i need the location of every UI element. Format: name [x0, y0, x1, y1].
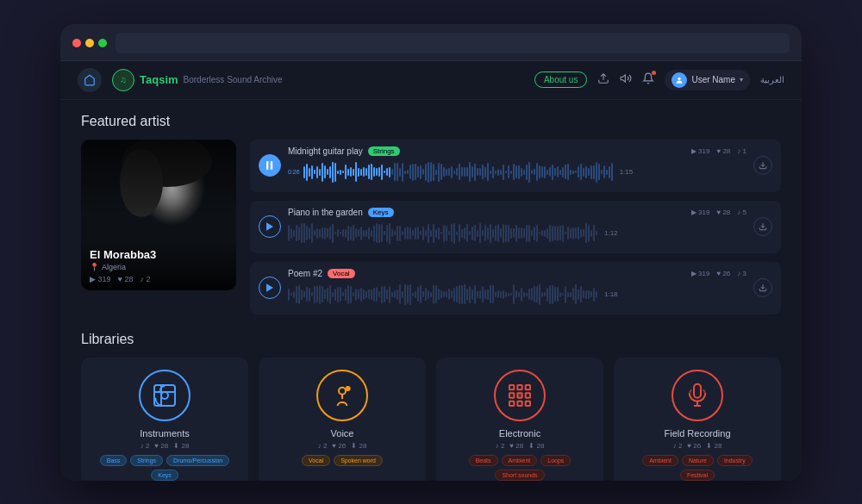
library-stats: ♪ 2 ♥ 26 ⬇ 28 — [318, 442, 367, 450]
track-title: Midnight guitar play — [288, 146, 363, 156]
track-position: 0:26 — [288, 169, 300, 175]
field-recording-icon-circle — [671, 370, 723, 421]
lib-tag[interactable]: Strings — [130, 455, 163, 466]
track-count: ♪ 3 — [737, 270, 746, 277]
lib-tag[interactable]: Festival — [680, 470, 715, 481]
lib-tag[interactable]: Ambient — [642, 455, 678, 466]
svg-rect-27 — [526, 401, 530, 405]
lib-tag[interactable]: Beats — [469, 455, 498, 466]
username-label: User Name — [691, 75, 735, 84]
svg-marker-14 — [266, 283, 273, 292]
library-card-electronic[interactable]: Electronic ♪ 2 ♥ 28 ⬇ 28 Beats Ambient L… — [436, 358, 603, 481]
lib-tag[interactable]: Nature — [682, 455, 714, 466]
lib-tag[interactable]: Loops — [540, 455, 571, 466]
main-content: Featured artist — [60, 100, 802, 481]
track-likes: ♥ 28 — [716, 208, 730, 216]
artist-name: El Morabba3 — [90, 248, 228, 261]
notifications-icon[interactable] — [642, 72, 654, 87]
electronic-icon-circle — [494, 370, 546, 421]
library-tags: Bass Strings Drums/Percussion Keys — [91, 455, 238, 481]
browser-chrome — [60, 24, 802, 61]
brand-tagline: Borderless Sound Archive — [184, 75, 283, 84]
svg-rect-28 — [694, 383, 701, 397]
svg-marker-12 — [266, 222, 273, 231]
track-duration: 1:18 — [604, 290, 618, 298]
svg-rect-22 — [509, 393, 514, 397]
svg-point-16 — [161, 392, 168, 399]
track-pause-button[interactable] — [259, 154, 281, 177]
track-tag: Vocal — [328, 269, 355, 278]
track-duration: 1:12 — [604, 229, 618, 237]
lib-tag[interactable]: Bass — [100, 455, 128, 466]
lib-tag[interactable]: Keys — [151, 470, 178, 481]
track-info: Midnight guitar play Strings ▶ 319 ♥ 28 … — [288, 146, 746, 185]
lib-tag[interactable]: Vocal — [302, 455, 330, 466]
svg-rect-23 — [517, 393, 522, 397]
arabic-language-button[interactable]: العربية — [760, 75, 784, 84]
track-play-button[interactable] — [259, 215, 281, 238]
notification-dot — [652, 71, 656, 75]
brand-music-icon: ♫ — [112, 69, 134, 91]
about-button[interactable]: About us — [534, 72, 587, 88]
library-name: Voice — [331, 428, 354, 439]
track-likes: ♥ 28 — [716, 147, 730, 155]
instruments-icon-circle — [139, 370, 191, 421]
user-menu[interactable]: User Name ▾ — [665, 70, 750, 90]
svg-rect-10 — [271, 161, 272, 170]
nav-home-icon[interactable] — [78, 68, 102, 92]
waveform[interactable] — [288, 221, 597, 246]
library-card-voice[interactable]: Voice ♪ 2 ♥ 26 ⬇ 28 Vocal Spoken word — [259, 358, 426, 481]
library-tags: Beats Ambient Loops Short sounds — [447, 455, 593, 481]
track-row: Poem #2 Vocal ▶ 319 ♥ 26 ♪ 3 1:18 — [250, 262, 781, 314]
lib-tag[interactable]: Ambient — [502, 455, 538, 466]
featured-title: Featured artist — [81, 114, 781, 129]
upload-icon[interactable] — [597, 72, 609, 87]
library-card-field-recording[interactable]: Field Recording ♪ 2 ♥ 26 ⬇ 28 Ambient Na… — [614, 358, 781, 481]
nav-action-icons — [597, 72, 654, 87]
chevron-down-icon: ▾ — [740, 76, 743, 84]
track-title: Piano in the garden — [288, 208, 363, 217]
address-bar[interactable] — [116, 33, 790, 53]
track-count: ♪ 5 — [737, 208, 746, 216]
library-name: Field Recording — [664, 428, 730, 439]
svg-point-6 — [122, 140, 212, 187]
artist-location: 📍 Algeria — [90, 263, 228, 271]
waveform[interactable] — [303, 159, 613, 185]
svg-rect-9 — [266, 161, 268, 170]
track-play-button[interactable] — [259, 277, 281, 299]
svg-rect-21 — [526, 385, 530, 389]
track-tag: Strings — [368, 146, 400, 156]
lib-tag[interactable]: Drums/Percussion — [166, 455, 229, 466]
track-download-button[interactable] — [753, 156, 772, 175]
track-row: Piano in the garden Keys ▶ 319 ♥ 28 ♪ 5 — [250, 201, 781, 253]
track-duration: 1:15 — [620, 168, 634, 176]
maximize-button[interactable] — [98, 39, 107, 47]
lib-tag[interactable]: Industry — [717, 455, 753, 466]
nav-brand[interactable]: ♫ Taqsim Borderless Sound Archive — [112, 69, 283, 91]
track-plays: ▶ 319 — [691, 208, 710, 216]
svg-marker-1 — [622, 75, 626, 82]
track-tag: Keys — [368, 208, 394, 217]
minimize-button[interactable] — [85, 39, 94, 47]
lib-tag[interactable]: Short sounds — [495, 470, 544, 481]
library-stats: ♪ 2 ♥ 28 ⬇ 28 — [141, 442, 190, 450]
artist-card[interactable]: El Morabba3 📍 Algeria ▶ 319 ♥ 28 ♪ 2 — [81, 140, 236, 290]
brand-name: Taqsim — [140, 73, 178, 86]
svg-rect-25 — [509, 401, 514, 405]
track-download-button[interactable] — [753, 278, 772, 297]
artist-stats: ▶ 319 ♥ 28 ♪ 2 — [90, 275, 228, 283]
library-tags: Ambient Nature Industry Festival — [624, 455, 771, 481]
lib-tag[interactable]: Spoken word — [334, 455, 383, 466]
track-plays: ▶ 319 — [691, 147, 710, 155]
track-info: Poem #2 Vocal ▶ 319 ♥ 26 ♪ 3 1:18 — [288, 269, 746, 308]
close-button[interactable] — [72, 39, 81, 47]
library-card-instruments[interactable]: Instruments ♪ 2 ♥ 28 ⬇ 28 Bass Strings D… — [81, 358, 248, 481]
svg-point-7 — [120, 148, 163, 217]
track-row: Midnight guitar play Strings ▶ 319 ♥ 28 … — [250, 140, 781, 192]
track-download-button[interactable] — [753, 217, 772, 236]
libraries-grid: Instruments ♪ 2 ♥ 28 ⬇ 28 Bass Strings D… — [81, 358, 781, 481]
browser-window: ♫ Taqsim Borderless Sound Archive About … — [60, 24, 802, 481]
track-likes: ♥ 26 — [716, 270, 730, 277]
waveform[interactable] — [288, 282, 597, 308]
volume-icon[interactable] — [620, 72, 632, 87]
